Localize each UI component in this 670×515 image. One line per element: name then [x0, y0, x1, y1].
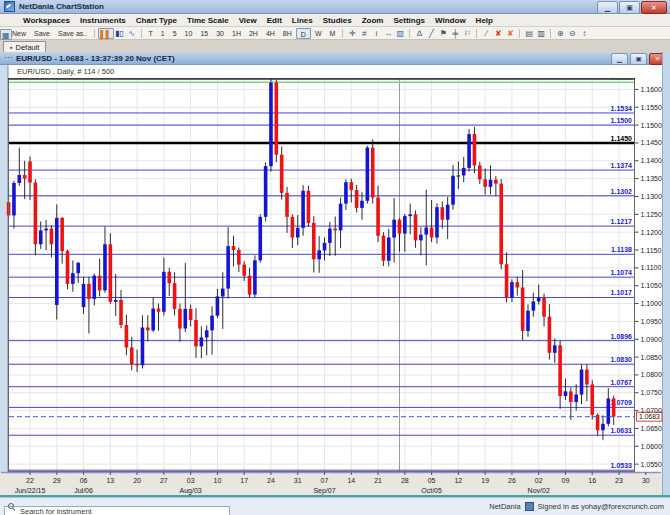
svg-text:1.0900: 1.0900 — [641, 336, 663, 343]
menu-item-chart-type[interactable]: Chart Type — [131, 16, 182, 25]
svg-text:1.0700: 1.0700 — [641, 407, 663, 414]
svg-text:1.0896: 1.0896 — [611, 333, 633, 340]
svg-text:13: 13 — [106, 477, 114, 484]
menu-item-zoom[interactable]: Zoom — [357, 16, 389, 25]
svg-text:1.1250: 1.1250 — [641, 211, 663, 218]
netdania-logo-icon — [525, 502, 534, 511]
svg-text:1.1302: 1.1302 — [611, 188, 633, 195]
menu-item-studies[interactable]: Studies — [318, 16, 357, 25]
menu-item-lines[interactable]: Lines — [287, 16, 318, 25]
svg-text:Oct/05: Oct/05 — [421, 487, 442, 494]
svg-text:1.1074: 1.1074 — [611, 269, 633, 276]
svg-text:03: 03 — [187, 477, 195, 484]
svg-text:1.1600: 1.1600 — [641, 86, 663, 93]
svg-text:30: 30 — [642, 477, 650, 484]
svg-text:12: 12 — [454, 477, 462, 484]
chart-minimize-button[interactable]: ▁ — [611, 53, 628, 65]
chart-subheader: EUR/USD , Daily, # 114 / 500 — [8, 65, 662, 78]
svg-text:1.0683: 1.0683 — [639, 413, 660, 420]
svg-text:1.0767: 1.0767 — [611, 379, 633, 386]
menu-item-time-scale[interactable]: Time Scale — [182, 16, 234, 25]
svg-text:Jun/22/15: Jun/22/15 — [15, 487, 46, 494]
svg-text:1.1500: 1.1500 — [641, 122, 663, 129]
menu-item-window[interactable]: Window — [430, 16, 471, 25]
chart-subtitle: EUR/USD , Daily, # 114 / 500 — [17, 67, 114, 76]
svg-text:1.1150: 1.1150 — [641, 247, 662, 254]
title-bar: NetDania ChartStation ▁▣✕ — [0, 0, 670, 14]
app-icon — [4, 1, 15, 12]
svg-text:Sep/07: Sep/07 — [313, 487, 335, 495]
chart-window-controls: ▁▣✕ — [611, 53, 666, 65]
tab-icon: ▪ — [10, 44, 12, 51]
svg-text:1.0631: 1.0631 — [611, 427, 633, 434]
svg-text:1.0850: 1.0850 — [641, 354, 663, 361]
svg-text:21: 21 — [374, 477, 382, 484]
svg-text:1.1300: 1.1300 — [641, 193, 663, 200]
svg-text:06: 06 — [80, 477, 88, 484]
menu-item-workspaces[interactable]: Workspaces — [18, 16, 75, 25]
menu-item-help[interactable]: Help — [471, 16, 498, 25]
app-title: NetDania ChartStation — [19, 2, 104, 11]
svg-text:1.0800: 1.0800 — [641, 371, 663, 378]
svg-text:09: 09 — [562, 477, 570, 484]
signed-in-label: Signed in as yohay@forexcrunch.com — [538, 502, 664, 511]
svg-text:1.0830: 1.0830 — [611, 356, 633, 363]
brand-label: NetDania — [489, 502, 520, 511]
svg-text:28: 28 — [401, 477, 409, 484]
svg-text:1.1550: 1.1550 — [641, 104, 663, 111]
status-right: NetDania Signed in as yohay@forexcrunch.… — [489, 498, 664, 515]
svg-text:1.1200: 1.1200 — [641, 229, 663, 236]
menu-bar: WorkspacesInstrumentsChart TypeTime Scal… — [0, 14, 670, 27]
search-input[interactable] — [4, 506, 230, 515]
chart-window-title: EUR/USD - 1.0683 - 13:37:39 20 Nov (CET) — [16, 54, 175, 63]
svg-text:07: 07 — [321, 477, 329, 484]
menu-item-edit[interactable]: Edit — [262, 16, 287, 25]
svg-text:31: 31 — [294, 477, 302, 484]
menu-item-view[interactable]: View — [234, 16, 262, 25]
application-window: NetDania ChartStation ▁▣✕ WorkspacesInst… — [0, 0, 670, 515]
svg-text:1.0550: 1.0550 — [641, 461, 663, 468]
chart-window-title-bar[interactable]: ⋯ EUR/USD - 1.0683 - 13:37:39 20 Nov (CE… — [0, 52, 670, 65]
svg-text:14: 14 — [347, 477, 355, 484]
svg-text:1.0750: 1.0750 — [641, 389, 663, 396]
svg-text:29: 29 — [53, 477, 61, 484]
svg-text:20: 20 — [133, 477, 141, 484]
svg-text:1.1217: 1.1217 — [611, 218, 633, 225]
svg-text:1.1050: 1.1050 — [641, 282, 663, 289]
instrument-search — [4, 500, 230, 512]
svg-text:1.1138: 1.1138 — [611, 246, 632, 253]
svg-text:Aug/03: Aug/03 — [180, 487, 202, 495]
svg-text:1.1000: 1.1000 — [641, 300, 663, 307]
svg-text:Nov/02: Nov/02 — [528, 487, 550, 494]
close-button[interactable]: ✕ — [641, 1, 667, 14]
svg-text:26: 26 — [508, 477, 516, 484]
minimize-button[interactable]: ▁ — [597, 1, 618, 14]
svg-text:19: 19 — [481, 477, 489, 484]
panel-layout-icon[interactable]: ▦ — [0, 29, 12, 40]
svg-text:10: 10 — [214, 477, 222, 484]
svg-text:1.0600: 1.0600 — [641, 443, 663, 450]
svg-text:17: 17 — [240, 477, 248, 484]
status-bar: NetDania Signed in as yohay@forexcrunch.… — [0, 497, 670, 515]
maximize-button[interactable]: ▣ — [619, 1, 640, 14]
svg-text:1.0650: 1.0650 — [641, 425, 663, 432]
svg-text:1.1450: 1.1450 — [641, 139, 663, 146]
svg-text:16: 16 — [588, 477, 596, 484]
svg-text:1.1017: 1.1017 — [611, 289, 633, 296]
window-controls: ▁▣✕ — [597, 1, 667, 14]
svg-text:22: 22 — [26, 477, 34, 484]
price-axis[interactable]: 1.05501.06001.06501.07001.07501.08001.08… — [635, 86, 662, 468]
search-icon — [8, 503, 14, 509]
svg-text:02: 02 — [535, 477, 543, 484]
tab-label: Default — [15, 43, 39, 52]
svg-text:1.1400: 1.1400 — [641, 157, 663, 164]
svg-text:1.1500: 1.1500 — [611, 117, 633, 124]
price-chart[interactable]: 1.16201.15341.15001.14501.13741.13021.12… — [0, 78, 670, 497]
chart-window-icon: ⋯ — [4, 53, 12, 63]
menu-item-instruments[interactable]: Instruments — [75, 16, 131, 25]
chart-restore-button[interactable]: ▣ — [630, 53, 647, 65]
svg-text:1.0533: 1.0533 — [611, 462, 633, 469]
menu-item-settings[interactable]: Settings — [388, 16, 430, 25]
svg-text:1.1350: 1.1350 — [641, 175, 663, 182]
svg-text:1.1450: 1.1450 — [611, 135, 633, 142]
